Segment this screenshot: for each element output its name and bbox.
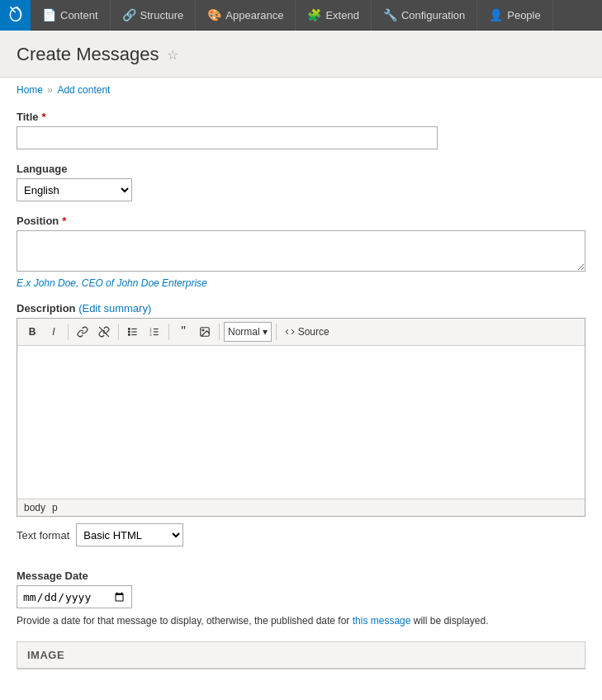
title-input[interactable] — [17, 126, 438, 149]
content-icon: 📄 — [42, 8, 56, 21]
status-tag-body[interactable]: body — [24, 502, 45, 513]
language-field-group: Language English French Spanish German — [17, 163, 585, 201]
position-hint: E.x John Doe, CEO of John Doe Enterprise — [17, 277, 585, 289]
position-required: * — [62, 215, 66, 227]
appearance-icon: 🎨 — [207, 8, 221, 21]
editor-statusbar: body p — [17, 499, 585, 516]
nav-item-structure[interactable]: 🔗 Structure — [111, 0, 197, 31]
title-label: Title * — [17, 111, 585, 123]
svg-point-14 — [202, 329, 204, 331]
drupal-logo[interactable] — [0, 0, 31, 31]
svg-point-4 — [128, 329, 130, 330]
nav-item-configuration[interactable]: 🔧 Configuration — [372, 0, 477, 31]
page-title: Create Messages — [17, 44, 159, 65]
extend-icon: 🧩 — [307, 8, 321, 21]
message-date-label: Message Date — [17, 570, 585, 582]
blockquote-button[interactable]: " — [173, 322, 193, 342]
date-hint: Provide a date for that message to displ… — [17, 613, 585, 628]
title-required: * — [42, 111, 46, 123]
breadcrumb-home[interactable]: Home — [17, 84, 43, 96]
breadcrumb-add-content[interactable]: Add content — [57, 84, 110, 96]
toolbar-sep-5 — [276, 324, 277, 340]
date-input[interactable] — [17, 585, 132, 608]
toolbar-sep-4 — [219, 324, 220, 340]
text-format-label: Text format — [17, 529, 69, 542]
toolbar-sep-2 — [118, 324, 119, 340]
message-date-field-group: Message Date Provide a date for that mes… — [17, 570, 585, 628]
image-insert-button[interactable] — [195, 322, 215, 342]
top-nav: 📄 Content 🔗 Structure 🎨 Appearance 🧩 Ext… — [0, 0, 602, 31]
date-hint-link[interactable]: this message — [353, 615, 411, 627]
language-label: Language — [17, 163, 585, 175]
bookmark-icon[interactable]: ☆ — [167, 47, 178, 63]
source-button[interactable]: Source — [281, 322, 334, 342]
nav-item-people[interactable]: 👤 People — [477, 0, 552, 31]
nav-item-appearance[interactable]: 🎨 Appearance — [196, 0, 296, 31]
unordered-list-button[interactable] — [123, 322, 143, 342]
format-dropdown[interactable]: Normal ▾ — [224, 322, 272, 342]
toolbar-sep-1 — [68, 324, 69, 340]
page-header: Create Messages ☆ — [0, 31, 602, 78]
toolbar-sep-3 — [168, 324, 169, 340]
text-format-select[interactable]: Basic HTML Full HTML Restricted HTML — [76, 523, 183, 546]
editor-body[interactable] — [17, 346, 585, 499]
position-label: Position * — [17, 215, 585, 227]
title-field-group: Title * — [17, 111, 585, 149]
position-field-group: Position * E.x John Doe, CEO of John Doe… — [17, 215, 585, 289]
editor-toolbar: B I 123 " — [17, 319, 585, 346]
position-input[interactable] — [17, 230, 585, 272]
unlink-button[interactable] — [94, 322, 114, 342]
nav-item-extend[interactable]: 🧩 Extend — [296, 0, 371, 31]
text-format-row: Text format Basic HTML Full HTML Restric… — [17, 517, 585, 556]
structure-icon: 🔗 — [122, 8, 136, 21]
description-label: Description (Edit summary) — [17, 302, 585, 315]
description-field-group: Description (Edit summary) B I — [17, 302, 585, 556]
edit-summary-link[interactable]: (Edit summary) — [78, 302, 151, 315]
italic-button[interactable]: I — [44, 322, 64, 342]
status-tag-p[interactable]: p — [52, 502, 58, 513]
image-section-header: IMAGE — [17, 642, 585, 669]
nav-item-content[interactable]: 📄 Content — [31, 0, 111, 31]
configuration-icon: 🔧 — [383, 8, 397, 21]
breadcrumb: Home » Add content — [0, 78, 602, 102]
svg-text:3: 3 — [149, 333, 152, 337]
editor-container: B I 123 " — [17, 318, 585, 517]
svg-point-5 — [128, 331, 130, 333]
bold-button[interactable]: B — [22, 322, 42, 342]
people-icon: 👤 — [489, 8, 503, 21]
language-select[interactable]: English French Spanish German — [17, 178, 132, 201]
ordered-list-button[interactable]: 123 — [145, 322, 164, 342]
link-button[interactable] — [73, 322, 92, 342]
svg-point-6 — [128, 334, 130, 336]
main-content: Title * Language English French Spanish … — [0, 102, 602, 686]
image-section: IMAGE — [17, 641, 585, 669]
